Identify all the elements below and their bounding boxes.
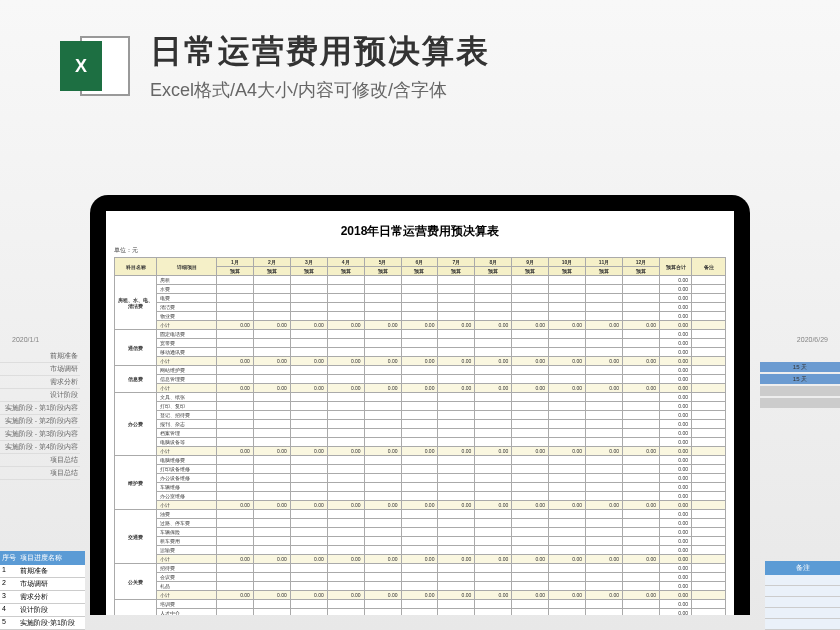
bg-left-list: 前期准备市场调研需求分析设计阶段实施阶段 - 第1阶段内容实施阶段 - 第2阶段… — [0, 350, 80, 480]
monitor-frame: 2018年日常运营费用预决算表 单位：元 科目名称详细项目1月2月3月4月5月6… — [90, 195, 750, 615]
bg-bottom-right: 备注 — [765, 561, 840, 630]
subtitle: Excel格式/A4大小/内容可修改/含字体 — [150, 78, 490, 102]
header: X 日常运营费用预决算表 Excel格式/A4大小/内容可修改/含字体 — [0, 0, 840, 122]
unit-label: 单位：元 — [114, 246, 726, 255]
spreadsheet: 2018年日常运营费用预决算表 单位：元 科目名称详细项目1月2月3月4月5月6… — [106, 211, 734, 615]
budget-table: 科目名称详细项目1月2月3月4月5月6月7月8月9月10月11月12月预算合计备… — [114, 257, 726, 615]
title: 日常运营费用预决算表 — [150, 30, 490, 74]
bg-bottom-left: 序号项目进度名称1前期准备2市场调研3需求分析4设计阶段5实施阶段·第1阶段 — [0, 551, 85, 630]
bg-date-left: 2020/1/1 — [12, 336, 39, 343]
bg-right-bars: 15 天15 天 — [760, 360, 840, 410]
excel-icon: X — [60, 31, 130, 101]
sheet-title: 2018年日常运营费用预决算表 — [114, 223, 726, 240]
bg-date-right: 2020/6/29 — [797, 336, 828, 343]
